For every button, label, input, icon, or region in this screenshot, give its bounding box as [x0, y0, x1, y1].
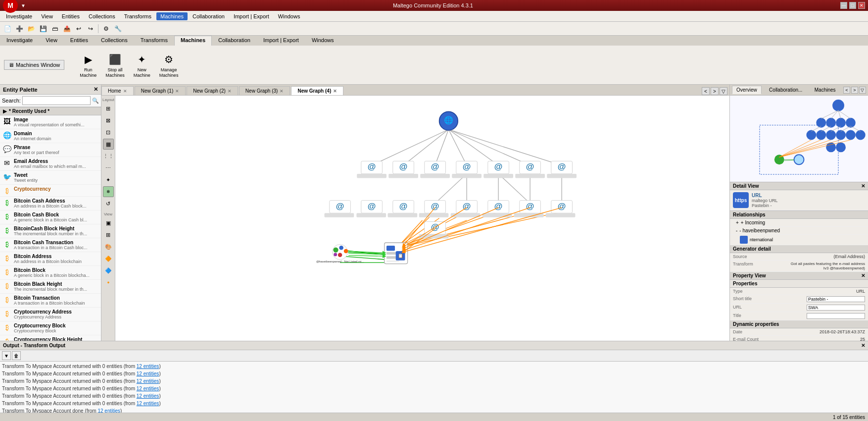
menu-transforms[interactable]: Transforms	[120, 12, 155, 20]
palette-item-btc-tx[interactable]: ₿ Bitcoin Transaction A transaction in a…	[0, 294, 101, 308]
palette-close-icon[interactable]: ✕	[94, 86, 98, 93]
graph-nav-expand[interactable]: ▽	[720, 87, 727, 95]
output-link-1[interactable]: 12 entities	[137, 364, 159, 369]
view-btn-1[interactable]: ▣	[103, 217, 114, 228]
tab4-close[interactable]: ✕	[333, 89, 337, 94]
graph-tab-1[interactable]: New Graph (1) ✕	[135, 86, 186, 95]
palette-item-bch-block[interactable]: ₿ Bitcoin Cash Block A generic block in …	[0, 210, 101, 224]
toolbar-tools-btn[interactable]: 🔧	[112, 23, 123, 34]
short-title-input[interactable]	[807, 296, 865, 302]
right-nav-next[interactable]: >	[851, 87, 858, 94]
palette-item-btc-height[interactable]: ₿ Bitcoin Black Height The incremental b…	[0, 280, 101, 294]
toolbar-open-btn[interactable]: 📂	[26, 23, 37, 34]
palette-item-btc-block[interactable]: ₿ Bitcoin Block A generic block in a Bit…	[0, 266, 101, 280]
title-prop-input[interactable]	[807, 313, 865, 319]
layout-btn-7[interactable]: ✦	[103, 174, 114, 185]
ribbon-tab-import-export[interactable]: Import | Export	[257, 36, 305, 46]
menu-machines[interactable]: Machines	[156, 12, 188, 20]
ribbon-tab-collections[interactable]: Collections	[95, 36, 134, 46]
freeze-button[interactable]: ❄	[103, 186, 114, 197]
view-btn-5[interactable]: 🔷	[103, 265, 114, 276]
rel-sub-item[interactable]: nternational	[730, 235, 868, 245]
app-menu-icon[interactable]: ▼	[21, 3, 26, 8]
haveibeenpwned-rel-item[interactable]: - - haveibeenpwned	[730, 227, 868, 235]
palette-item-domain[interactable]: 🌐 Domain An internet domain	[0, 129, 101, 143]
layout-btn-6[interactable]: ⋯	[103, 162, 114, 173]
layout-btn-3[interactable]: ⊡	[103, 127, 114, 138]
view-btn-2[interactable]: ⊞	[103, 229, 114, 240]
toolbar-add-btn[interactable]: ➕	[14, 23, 25, 34]
graph-nav-prev[interactable]: <	[702, 87, 710, 95]
right-nav-expand[interactable]: ▽	[859, 87, 866, 94]
output-filter-btn[interactable]: ▼	[2, 351, 11, 360]
palette-item-bch-address[interactable]: ₿ Bitcoin Cash Address An address in a B…	[0, 197, 101, 210]
dynamic-properties-header[interactable]: Dynamic properties	[730, 320, 868, 328]
menu-windows[interactable]: Windows	[274, 12, 304, 20]
palette-item-bch-tx[interactable]: ₿ Bitcoin Cash Transaction A transaction…	[0, 238, 101, 252]
tab-collaboration[interactable]: Collaboration...	[765, 86, 807, 94]
properties-section-header[interactable]: Properties	[730, 280, 868, 288]
right-nav-prev[interactable]: <	[843, 87, 850, 94]
output-clear-btn[interactable]: 🗑	[12, 351, 21, 360]
url-prop-input[interactable]	[807, 305, 865, 311]
property-view-close[interactable]: ✕	[861, 273, 865, 278]
view-btn-3[interactable]: 🎨	[103, 241, 114, 252]
toolbar-new-btn[interactable]: 📄	[2, 23, 13, 34]
output-link-7[interactable]: 12 entities	[97, 408, 120, 413]
tab-machines-right[interactable]: Machines	[810, 86, 840, 94]
palette-item-cryptocurrency[interactable]: ₿ Cryptocurrency	[0, 185, 101, 197]
output-link-2[interactable]: 12 entities	[137, 371, 159, 376]
ribbon-tab-investigate[interactable]: Investigate	[0, 36, 39, 46]
generator-header[interactable]: Generator detail	[730, 245, 868, 253]
output-link-6[interactable]: 12 entities	[137, 401, 159, 406]
menu-collaboration[interactable]: Collaboration	[189, 12, 229, 20]
detail-view-close[interactable]: ✕	[861, 183, 865, 189]
close-window-button[interactable]: ✕	[858, 2, 865, 9]
menu-view[interactable]: View	[37, 12, 57, 20]
menu-collections[interactable]: Collections	[85, 12, 119, 20]
output-close-icon[interactable]: ✕	[861, 343, 865, 348]
tab2-close[interactable]: ✕	[228, 89, 232, 94]
graph-tab-4[interactable]: New Graph (4) ✕	[291, 86, 343, 95]
layout-btn-5[interactable]: ⋮⋮	[103, 151, 114, 161]
ribbon-tab-windows[interactable]: Windows	[305, 36, 340, 46]
menu-entities[interactable]: Entities	[58, 12, 84, 20]
ribbon-tab-view[interactable]: View	[39, 36, 64, 46]
toolbar-undo-btn[interactable]: ↩	[73, 23, 84, 34]
new-machine-button[interactable]: ✦ NewMachine	[130, 50, 154, 80]
stop-machines-button[interactable]: ⬛ Stop allMachines	[102, 50, 128, 80]
toolbar-save-btn[interactable]: 💾	[38, 23, 48, 34]
graph-tab-home[interactable]: Home ✕	[101, 86, 134, 95]
palette-item-crypto-block-height[interactable]: ₿ Cryptocurrency Block Height The increm…	[0, 335, 101, 341]
search-icon[interactable]: 🔍	[92, 98, 99, 104]
ribbon-tab-entities[interactable]: Entities	[64, 36, 95, 46]
tab-overview[interactable]: Overview	[732, 86, 762, 94]
view-btn-4[interactable]: 🔶	[103, 253, 114, 264]
output-link-5[interactable]: 12 entities	[137, 393, 159, 399]
palette-item-crypto-block[interactable]: ₿ Cryptocurrency Block Cryptocurrency Bl…	[0, 321, 101, 335]
layout-btn-1[interactable]: ⊞	[103, 103, 114, 114]
toolbar-export-btn[interactable]: 📤	[61, 23, 72, 34]
view-btn-6[interactable]: 🔸	[103, 277, 114, 288]
palette-item-btc-address[interactable]: ₿ Bitcoin Address An address in a Bitcoi…	[0, 252, 101, 266]
palette-item-image[interactable]: 🖼 Image A visual representation of somet…	[0, 115, 101, 129]
palette-section-recently-used[interactable]: ▶ * Recently Used *	[0, 107, 101, 115]
incoming-rel-item[interactable]: + + Incoming	[730, 219, 868, 227]
maximize-button[interactable]: □	[849, 2, 856, 9]
relationships-header[interactable]: Relationships	[730, 211, 868, 219]
palette-item-phrase[interactable]: 💬 Phrase Any text or part thereof	[0, 143, 101, 157]
ribbon-tab-machines[interactable]: Machines	[174, 36, 212, 46]
search-input[interactable]	[22, 96, 91, 105]
toolbar-settings-btn[interactable]: ⚙	[100, 23, 111, 34]
tab3-close[interactable]: ✕	[280, 89, 284, 94]
home-tab-close[interactable]: ✕	[123, 89, 127, 94]
ribbon-tab-collaboration[interactable]: Collaboration	[212, 36, 257, 46]
layout-btn-2[interactable]: ⊠	[103, 115, 114, 126]
output-link-4[interactable]: 12 entities	[137, 386, 159, 391]
run-machine-button[interactable]: ▶ RunMachine	[76, 50, 100, 80]
tab1-close[interactable]: ✕	[175, 89, 179, 94]
ribbon-tab-transforms[interactable]: Transforms	[134, 36, 174, 46]
palette-item-crypto-address[interactable]: ₿ Cryptocurrency Address Cryptocurrency …	[0, 308, 101, 321]
menu-import-export[interactable]: Import | Export	[230, 12, 273, 20]
manage-machines-button[interactable]: ⚙ ManageMachines	[156, 50, 182, 80]
